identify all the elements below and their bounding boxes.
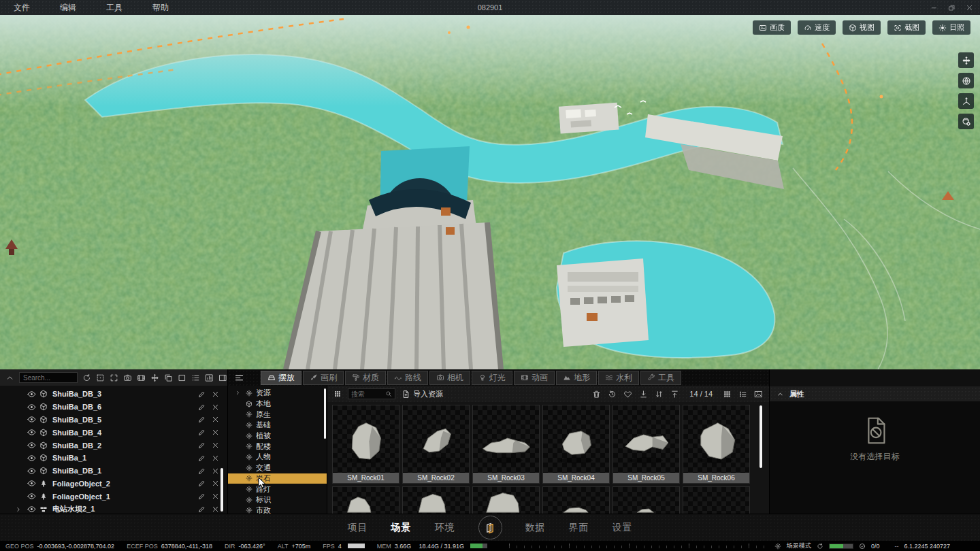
edit-icon[interactable] [198,416,206,423]
delete-icon[interactable] [212,441,219,449]
tab-place[interactable]: 摆放 [261,371,301,385]
asset-card[interactable] [332,486,399,514]
refresh-icon[interactable] [82,373,91,382]
hierarchy-item[interactable]: FoliageObject_1 [0,490,227,503]
viewport-button-image[interactable]: 画质 [753,20,791,35]
trash-icon[interactable] [592,390,601,399]
visibility-eye-icon[interactable] [27,390,36,399]
visibility-eye-icon[interactable] [27,428,36,437]
edit-icon[interactable] [198,480,206,487]
asset-card[interactable]: SM_Rock03 [472,405,540,484]
nav-item[interactable]: 项目 [348,522,368,534]
category-item[interactable]: 路灯 [228,484,327,495]
visibility-eye-icon[interactable] [27,467,36,475]
tab-film[interactable]: 动画 [514,371,555,385]
viewport-button-screenshot[interactable]: 截图 [887,20,926,35]
hierarchy-item[interactable]: ShuiBa_DB_2 [0,439,227,452]
move-icon[interactable] [150,373,159,382]
asset-card[interactable] [542,486,610,514]
category-item[interactable]: 本地 [228,399,327,410]
delete-icon[interactable] [212,492,219,500]
viewport-button-cube[interactable]: 视图 [843,20,881,35]
copy-icon[interactable] [164,373,173,382]
category-item[interactable]: 人物 [228,452,327,463]
asset-panel-icon[interactable] [333,390,342,398]
viewport-button-sun[interactable]: 日照 [932,20,970,35]
edit-icon[interactable] [198,492,206,500]
restore-icon[interactable] [948,4,956,12]
tab-menu-icon[interactable] [234,373,244,383]
hierarchy-item[interactable]: ShuiBa_DB_3 [0,388,227,401]
side-tool-move[interactable] [958,52,974,68]
hierarchy-item[interactable]: ShuiBa_DB_6 [0,401,227,414]
category-item[interactable]: 配楼 [228,441,327,452]
visibility-eye-icon[interactable] [27,441,36,450]
category-item[interactable]: 基础 [228,420,327,431]
edit-icon[interactable] [198,390,206,398]
tab-route[interactable]: 路线 [387,371,428,385]
asset-card[interactable]: SM_Rock02 [402,405,470,484]
delete-icon[interactable] [212,403,219,411]
grid-view-icon[interactable] [723,390,732,399]
listview-view-icon[interactable] [738,390,747,399]
edit-icon[interactable] [198,441,206,449]
menu-item[interactable]: 编辑 [50,0,86,15]
nav-item[interactable]: 设置 [612,522,633,534]
tab-mountain[interactable]: 地形 [556,371,597,385]
asset-card[interactable]: SM_Rock04 [542,405,610,484]
fit-icon[interactable] [110,373,118,382]
nav-item[interactable]: 数据 [525,522,546,534]
delete-icon[interactable] [212,480,219,487]
tab-camera[interactable]: 相机 [429,371,470,385]
asset-card[interactable]: SM_Rock05 [612,405,680,484]
category-item[interactable]: 交通 [228,463,327,473]
tab-brush[interactable]: 画刷 [303,371,344,385]
nav-item[interactable]: 场景 [391,522,412,534]
edit-icon[interactable] [198,505,206,513]
hierarchy-item[interactable]: FoliageObject_2 [0,478,227,490]
collapse-properties-icon[interactable] [777,390,784,398]
app-logo[interactable] [478,516,502,539]
side-tool-globegear[interactable] [958,114,974,129]
frame-icon[interactable] [178,373,186,382]
category-item[interactable]: 植被 [228,431,327,441]
sync-icon[interactable] [817,543,823,550]
expand-icon[interactable] [15,505,24,514]
tab-waves[interactable]: 水利 [598,371,639,385]
upload-icon[interactable] [670,390,679,399]
list-icon[interactable] [191,373,200,382]
category-selected[interactable]: 岩石 [228,473,327,484]
asset-scrollbar[interactable] [760,405,762,468]
tab-wrench[interactable]: 工具 [640,371,681,385]
category-item[interactable]: 标识 [228,495,327,505]
asset-card[interactable] [402,486,470,514]
sort-icon[interactable] [655,390,664,399]
nav-item[interactable]: 环境 [435,522,455,534]
edit-icon[interactable] [198,454,206,462]
visibility-eye-icon[interactable] [27,403,36,412]
collapse-panel-icon[interactable] [5,373,14,382]
3d-scene[interactable] [0,15,980,369]
hierarchy-scrollbar[interactable] [220,468,223,512]
camera-icon[interactable] [123,373,132,382]
asset-card[interactable]: SM_Rock01 [332,405,399,484]
minimize-icon[interactable] [930,4,938,12]
side-tool-axis[interactable] [958,93,974,109]
menu-item[interactable]: 工具 [97,0,132,15]
asset-card[interactable]: SM_Rock06 [683,405,750,484]
hierarchy-item[interactable]: ShuiBa_DB_4 [0,426,227,439]
edit-icon[interactable] [198,467,206,475]
side-tool-globe[interactable] [958,73,974,88]
asset-card[interactable] [472,486,540,514]
delete-icon[interactable] [212,454,219,462]
visibility-eye-icon[interactable] [27,492,36,501]
history-icon[interactable] [608,390,617,399]
chart-icon[interactable] [205,373,214,382]
hierarchy-item[interactable]: 电站水坝2_1 [0,503,227,514]
heart-icon[interactable] [623,390,632,399]
edit-icon[interactable] [198,403,206,411]
import-assets-button[interactable]: 导入资源 [402,389,443,399]
hierarchy-item[interactable]: ShuiBa_DB_1 [0,465,227,478]
message-icon[interactable] [968,543,975,550]
delete-icon[interactable] [212,429,219,436]
